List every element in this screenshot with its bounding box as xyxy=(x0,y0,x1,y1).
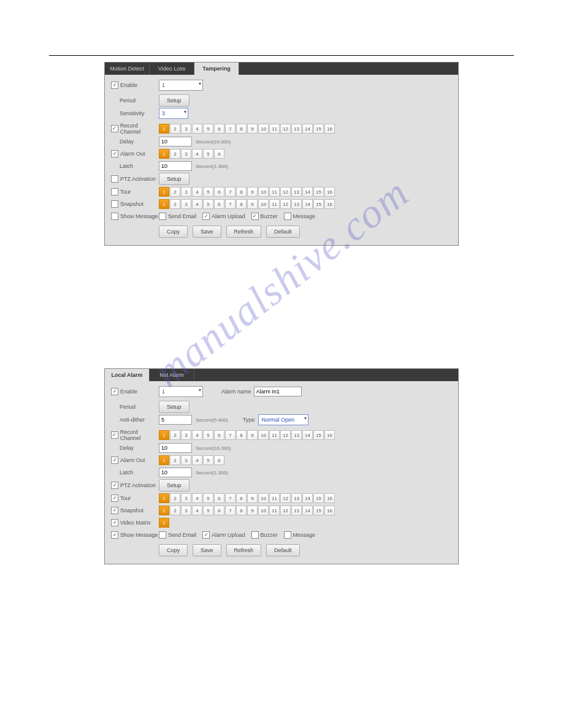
show-message-checkbox[interactable] xyxy=(111,213,118,220)
channel-11[interactable]: 11 xyxy=(269,187,280,197)
antidither-input[interactable] xyxy=(159,415,192,425)
channel-13[interactable]: 13 xyxy=(291,506,302,515)
delay-input-2[interactable] xyxy=(159,443,192,453)
channel-7[interactable]: 7 xyxy=(225,187,236,197)
channel-8[interactable]: 8 xyxy=(236,187,247,197)
channel-16[interactable]: 16 xyxy=(324,124,335,134)
channel-15[interactable]: 15 xyxy=(313,187,324,197)
channel-12[interactable]: 12 xyxy=(280,430,291,440)
channel-2[interactable]: 2 xyxy=(170,199,180,209)
channel-13[interactable]: 13 xyxy=(291,430,302,440)
default-button-2[interactable]: Default xyxy=(266,544,300,556)
channel-10[interactable]: 10 xyxy=(258,199,269,209)
ptz-setup-button-2[interactable]: Setup xyxy=(159,479,190,491)
channel-2[interactable]: 2 xyxy=(170,430,180,440)
copy-button[interactable]: Copy xyxy=(159,226,188,238)
channel-11[interactable]: 11 xyxy=(269,493,280,503)
channel-1[interactable]: 1 xyxy=(159,199,169,209)
default-button[interactable]: Default xyxy=(266,226,300,238)
channel-16[interactable]: 16 xyxy=(324,506,335,515)
ptz-setup-button[interactable]: Setup xyxy=(159,173,190,185)
channel-8[interactable]: 8 xyxy=(236,506,247,515)
channel-12[interactable]: 12 xyxy=(280,493,291,503)
channel-12[interactable]: 12 xyxy=(280,187,291,197)
channel-10[interactable]: 10 xyxy=(258,493,269,503)
channel-4[interactable]: 4 xyxy=(192,506,202,515)
channel-12[interactable]: 12 xyxy=(280,506,291,515)
channel-14[interactable]: 14 xyxy=(302,493,313,503)
channel-14[interactable]: 14 xyxy=(302,124,313,134)
enable-checkbox-2[interactable] xyxy=(111,388,118,395)
tab-tampering[interactable]: Tampering xyxy=(194,63,239,75)
channel-11[interactable]: 11 xyxy=(269,430,280,440)
channel-4[interactable]: 4 xyxy=(192,199,202,209)
channel-10[interactable]: 10 xyxy=(258,187,269,197)
channel-15[interactable]: 15 xyxy=(313,199,324,209)
channel-3[interactable]: 3 xyxy=(181,149,191,159)
channel-5[interactable]: 5 xyxy=(203,506,213,515)
channel-2[interactable]: 2 xyxy=(170,187,180,197)
channel-12[interactable]: 12 xyxy=(280,124,291,134)
channel-10[interactable]: 10 xyxy=(258,430,269,440)
tab-local-alarm[interactable]: Local Alarm xyxy=(105,369,150,381)
channel-14[interactable]: 14 xyxy=(302,506,313,515)
alarm-name-input[interactable] xyxy=(254,387,302,396)
channel-9[interactable]: 9 xyxy=(247,493,258,503)
period-setup-button[interactable]: Setup xyxy=(159,94,190,107)
channel-8[interactable]: 8 xyxy=(236,430,247,440)
type-select[interactable]: Normal Open xyxy=(258,414,308,425)
channel-3[interactable]: 3 xyxy=(181,124,191,134)
channel-9[interactable]: 9 xyxy=(247,124,258,134)
channel-6[interactable]: 6 xyxy=(214,455,224,465)
channel-7[interactable]: 7 xyxy=(225,493,236,503)
channel-15[interactable]: 15 xyxy=(313,430,324,440)
latch-input-2[interactable] xyxy=(159,468,192,477)
channel-select-2[interactable]: 1 xyxy=(159,386,203,397)
buzzer-checkbox-2[interactable] xyxy=(251,531,259,539)
channel-4[interactable]: 4 xyxy=(192,493,202,503)
channel-1[interactable]: 1 xyxy=(159,187,169,197)
channel-2[interactable]: 2 xyxy=(170,124,180,134)
channel-4[interactable]: 4 xyxy=(192,187,202,197)
channel-4[interactable]: 4 xyxy=(192,430,202,440)
buzzer-checkbox[interactable] xyxy=(251,213,259,220)
save-button[interactable]: Save xyxy=(193,226,221,238)
channel-3[interactable]: 3 xyxy=(181,506,191,515)
channel-7[interactable]: 7 xyxy=(225,199,236,209)
channel-11[interactable]: 11 xyxy=(269,506,280,515)
channel-13[interactable]: 13 xyxy=(291,199,302,209)
channel-13[interactable]: 13 xyxy=(291,493,302,503)
channel-6[interactable]: 6 xyxy=(214,506,224,515)
save-button-2[interactable]: Save xyxy=(193,544,221,556)
channel-5[interactable]: 5 xyxy=(203,430,213,440)
channel-15[interactable]: 15 xyxy=(313,493,324,503)
channel-3[interactable]: 3 xyxy=(181,493,191,503)
channel-8[interactable]: 8 xyxy=(236,493,247,503)
channel-11[interactable]: 11 xyxy=(269,199,280,209)
channel-6[interactable]: 6 xyxy=(214,199,224,209)
channel-6[interactable]: 6 xyxy=(214,124,224,134)
channel-1[interactable]: 1 xyxy=(159,506,169,515)
channel-9[interactable]: 9 xyxy=(247,187,258,197)
channel-4[interactable]: 4 xyxy=(192,149,202,159)
channel-16[interactable]: 16 xyxy=(324,199,335,209)
channel-9[interactable]: 9 xyxy=(247,506,258,515)
channel-12[interactable]: 12 xyxy=(280,199,291,209)
latch-input[interactable] xyxy=(159,161,192,171)
channel-1[interactable]: 1 xyxy=(159,455,169,465)
message-checkbox[interactable] xyxy=(284,213,291,220)
channel-13[interactable]: 13 xyxy=(291,187,302,197)
tab-motion-detect[interactable]: Motion Detect xyxy=(105,63,150,75)
snapshot-checkbox-2[interactable] xyxy=(111,507,118,514)
channel-15[interactable]: 15 xyxy=(313,124,324,134)
channel-1[interactable]: 1 xyxy=(159,124,169,134)
channel-10[interactable]: 10 xyxy=(258,506,269,515)
show-message-checkbox-2[interactable] xyxy=(111,531,118,539)
channel-1[interactable]: 1 xyxy=(159,493,169,503)
channel-5[interactable]: 5 xyxy=(203,199,213,209)
channel-9[interactable]: 9 xyxy=(247,199,258,209)
refresh-button-2[interactable]: Refresh xyxy=(226,544,262,556)
tour-checkbox[interactable] xyxy=(111,188,118,195)
channel-3[interactable]: 3 xyxy=(181,455,191,465)
channel-3[interactable]: 3 xyxy=(181,199,191,209)
